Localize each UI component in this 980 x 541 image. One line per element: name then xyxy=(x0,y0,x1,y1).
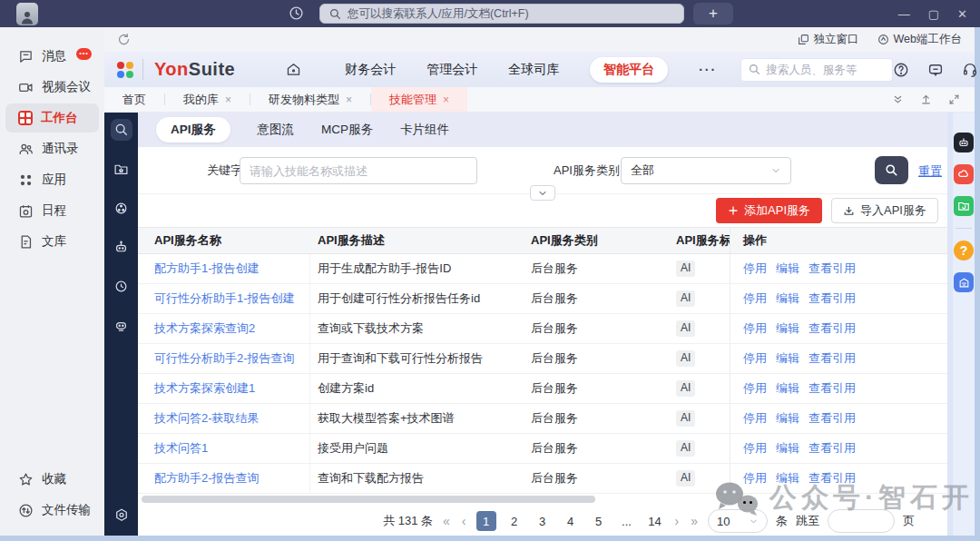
view-references-link[interactable]: 查看引用 xyxy=(808,350,856,367)
horizontal-scrollbar-thumb[interactable] xyxy=(142,496,595,503)
clipboard-tasks-icon[interactable] xyxy=(954,272,974,292)
expand-icon[interactable] xyxy=(948,93,960,105)
search-button[interactable] xyxy=(875,156,908,184)
edit-link[interactable]: 编辑 xyxy=(776,320,799,337)
standalone-window-link[interactable]: 独立窗口 xyxy=(798,32,859,47)
help-icon[interactable] xyxy=(893,62,909,78)
close-button[interactable]: ✕ xyxy=(957,8,967,20)
sidebar-item-messages[interactable]: 消息 ••• xyxy=(5,42,99,71)
minimize-button[interactable]: — xyxy=(898,8,910,20)
settings-gear-icon[interactable] xyxy=(111,505,132,526)
cloud-app-icon[interactable] xyxy=(954,164,974,184)
strip-folder-star-icon[interactable] xyxy=(111,158,132,180)
close-tab-icon[interactable]: × xyxy=(443,93,449,106)
disable-link[interactable]: 停用 xyxy=(743,350,767,367)
page-number[interactable]: 2 xyxy=(505,511,524,531)
sidebar-item-calendar[interactable]: 日程 xyxy=(5,196,99,225)
close-tab-icon[interactable]: × xyxy=(225,93,231,106)
view-references-link[interactable]: 查看引用 xyxy=(808,470,856,487)
assistant-bot-icon[interactable] xyxy=(954,133,974,152)
home-icon[interactable] xyxy=(286,62,301,77)
sidebar-item-video-meeting[interactable]: 视频会议 xyxy=(5,73,99,102)
disable-link[interactable]: 停用 xyxy=(743,290,767,307)
collapse-filter-button[interactable] xyxy=(530,185,555,201)
category-select[interactable]: 全部 xyxy=(621,157,791,184)
nav-item-treasury[interactable]: 全球司库 xyxy=(508,62,559,78)
global-search-box[interactable] xyxy=(319,4,684,24)
view-references-link[interactable]: 查看引用 xyxy=(808,290,856,307)
help-question-icon[interactable]: ? xyxy=(954,241,974,261)
tab-card-component[interactable]: 卡片组件 xyxy=(400,122,449,138)
history-clock-icon[interactable] xyxy=(289,5,304,21)
page-number[interactable]: 3 xyxy=(533,511,553,531)
refresh-icon[interactable] xyxy=(117,33,131,46)
jump-page-input[interactable] xyxy=(828,509,895,533)
tab-my-library[interactable]: 我的库× xyxy=(165,87,250,112)
view-references-link[interactable]: 查看引用 xyxy=(808,440,856,457)
header-search-input[interactable] xyxy=(766,64,885,76)
tab-home[interactable]: 首页 xyxy=(104,87,164,112)
tab-skill-management[interactable]: 技能管理× xyxy=(371,87,467,112)
add-api-service-button[interactable]: 添加API服务 xyxy=(716,198,822,223)
page-number[interactable]: 14 xyxy=(645,511,665,531)
strip-search-icon[interactable] xyxy=(111,119,132,141)
sidebar-item-workbench[interactable]: 工作台 xyxy=(5,103,99,133)
tab-mcp-service[interactable]: MCP服务 xyxy=(321,122,373,138)
page-ellipsis[interactable]: ... xyxy=(617,511,637,531)
sidebar-item-apps[interactable]: 应用 xyxy=(5,165,99,194)
api-name-link[interactable]: 技术问答1 xyxy=(154,440,208,457)
sidebar-item-contacts[interactable]: 通讯录 xyxy=(5,134,99,163)
prev-page-button[interactable]: ‹ xyxy=(460,514,468,528)
disable-link[interactable]: 停用 xyxy=(743,410,767,427)
sidebar-item-library[interactable]: 文库 xyxy=(5,227,99,256)
page-number[interactable]: 5 xyxy=(589,511,609,531)
tab-material-type[interactable]: 研发物料类型× xyxy=(250,87,370,112)
keyword-input[interactable] xyxy=(240,157,477,184)
edit-link[interactable]: 编辑 xyxy=(776,470,799,487)
sidebar-item-favorites[interactable]: 收藏 xyxy=(5,465,99,494)
disable-link[interactable]: 停用 xyxy=(743,320,767,337)
disable-link[interactable]: 停用 xyxy=(743,470,767,487)
strip-atom-icon[interactable] xyxy=(111,197,132,219)
upload-icon[interactable] xyxy=(920,93,932,105)
api-name-link[interactable]: 可行性分析助手2-报告查询 xyxy=(154,350,295,367)
folder-attachment-icon[interactable] xyxy=(954,196,974,216)
edit-link[interactable]: 编辑 xyxy=(776,290,799,307)
nav-item-ai-platform[interactable]: 智能平台 xyxy=(590,57,668,83)
page-number[interactable]: 1 xyxy=(476,511,496,531)
next-page-button[interactable]: › xyxy=(673,514,681,528)
page-number[interactable]: 4 xyxy=(561,511,581,531)
strip-history-icon[interactable] xyxy=(111,275,132,297)
tab-intent-flow[interactable]: 意图流 xyxy=(258,122,295,138)
user-avatar[interactable] xyxy=(16,3,38,25)
first-page-button[interactable]: « xyxy=(441,514,452,528)
disable-link[interactable]: 停用 xyxy=(743,261,767,277)
page-size-select[interactable]: 10 xyxy=(708,509,768,533)
api-name-link[interactable]: 配方助手1-报告创建 xyxy=(154,261,260,277)
import-api-service-button[interactable]: 导入API服务 xyxy=(831,198,938,223)
sidebar-item-file-transfer[interactable]: 文件传输 xyxy=(5,496,99,525)
view-references-link[interactable]: 查看引用 xyxy=(808,380,856,397)
strip-bot2-icon[interactable] xyxy=(111,314,132,336)
last-page-button[interactable]: » xyxy=(689,514,700,528)
headset-support-icon[interactable] xyxy=(962,62,978,78)
edit-link[interactable]: 编辑 xyxy=(776,261,799,277)
edit-link[interactable]: 编辑 xyxy=(776,440,799,457)
edit-link[interactable]: 编辑 xyxy=(776,410,799,427)
header-search-box[interactable] xyxy=(740,58,893,82)
close-tab-icon[interactable]: × xyxy=(346,93,352,106)
view-references-link[interactable]: 查看引用 xyxy=(808,261,856,277)
strip-robot-icon[interactable] xyxy=(111,236,132,258)
global-search-input[interactable] xyxy=(348,7,674,20)
api-name-link[interactable]: 技术方案探索创建1 xyxy=(154,380,255,397)
api-name-link[interactable]: 配方助手2-报告查询 xyxy=(154,470,260,487)
web-workbench-link[interactable]: Web端工作台 xyxy=(877,32,962,47)
view-references-link[interactable]: 查看引用 xyxy=(808,320,856,337)
disable-link[interactable]: 停用 xyxy=(743,440,767,457)
nav-more-button[interactable]: ··· xyxy=(699,63,717,77)
new-tab-button[interactable]: + xyxy=(693,3,733,25)
nav-item-finance[interactable]: 财务会计 xyxy=(345,62,396,78)
view-references-link[interactable]: 查看引用 xyxy=(808,410,856,427)
disable-link[interactable]: 停用 xyxy=(743,380,767,397)
api-name-link[interactable]: 技术问答2-获取结果 xyxy=(154,410,260,427)
